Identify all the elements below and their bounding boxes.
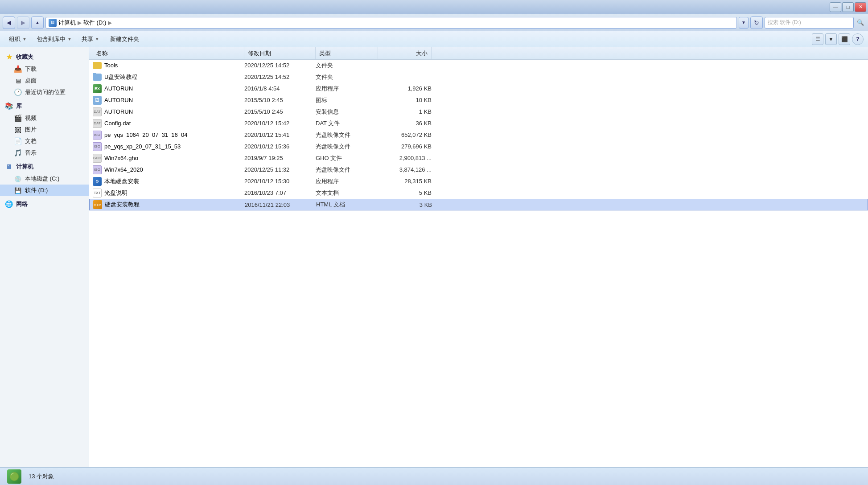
sidebar-software-d-label: 软件 (D:) — [25, 186, 48, 194]
sidebar-item-recent[interactable]: 🕐 最近访问的位置 — [0, 86, 89, 98]
file-name-cell: HTM 硬盘安装教程 — [93, 200, 245, 209]
search-box[interactable]: 搜索 软件 (D:) — [765, 17, 854, 29]
sidebar-favorites-title[interactable]: ★ 收藏夹 — [0, 51, 89, 63]
txt-icon: TXT — [93, 189, 102, 197]
path-sep-2: ▶ — [108, 20, 112, 26]
dat-icon: DAT — [93, 107, 102, 116]
file-size-cell: 10 KB — [378, 97, 432, 103]
iso-icon: ISO — [93, 142, 102, 151]
file-name-text: AUTORUN — [104, 85, 133, 92]
table-row[interactable]: HTM 硬盘安装教程 2016/11/21 22:03 HTML 文档 3 KB — [89, 199, 868, 210]
col-header-date[interactable]: 修改日期 — [244, 47, 316, 59]
file-size-cell: 1,926 KB — [378, 85, 432, 92]
html-icon: HTM — [93, 200, 102, 209]
address-path[interactable]: 🖥 计算机 ▶ 软件 (D:) ▶ — [45, 17, 737, 29]
share-button[interactable]: 共享 ▼ — [77, 33, 104, 45]
file-size-cell: 1 KB — [378, 108, 432, 115]
sidebar-item-pictures[interactable]: 🖼 图片 — [0, 124, 89, 136]
file-name-cell: ⚙ 本地硬盘安装 — [93, 177, 244, 186]
file-name-cell: ISO pe_yqs_xp_20_07_31_15_53 — [93, 142, 244, 151]
file-size-cell: 652,072 KB — [378, 132, 432, 138]
col-header-name[interactable]: 名称 — [93, 47, 244, 59]
sidebar-network-title[interactable]: 🌐 网络 — [0, 198, 89, 210]
downloads-icon: 📥 — [13, 65, 22, 74]
forward-button[interactable]: ▶ — [17, 16, 29, 29]
preview-pane-button[interactable]: ⬛ — [839, 33, 850, 45]
file-name-cell: U盘安装教程 — [93, 73, 244, 81]
file-size-cell: 5 KB — [378, 189, 432, 196]
table-row[interactable]: ISO pe_yqs_1064_20_07_31_16_04 2020/10/1… — [89, 129, 868, 141]
maximize-button[interactable]: □ — [842, 2, 854, 12]
sidebar-item-downloads[interactable]: 📥 下载 — [0, 63, 89, 75]
sidebar-item-music[interactable]: 🎵 音乐 — [0, 147, 89, 159]
file-size-cell: 28,315 KB — [378, 178, 432, 185]
col-header-type[interactable]: 类型 — [316, 47, 378, 59]
sidebar-item-documents[interactable]: 📄 文档 — [0, 136, 89, 147]
sidebar-favorites-label: 收藏夹 — [16, 53, 33, 61]
file-name-text: U盘安装教程 — [104, 73, 137, 81]
file-name-text: Win7x64_2020 — [104, 166, 143, 173]
sidebar-item-desktop[interactable]: 🖥 桌面 — [0, 75, 89, 86]
file-type-cell: 光盘映像文件 — [316, 166, 378, 174]
sidebar-item-software-d[interactable]: 💾 软件 (D:) — [0, 185, 89, 196]
file-size-cell: 279,696 KB — [378, 143, 432, 150]
sidebar-music-label: 音乐 — [25, 149, 37, 157]
sidebar-item-local-c[interactable]: 💿 本地磁盘 (C:) — [0, 173, 89, 185]
recent-icon: 🕐 — [13, 88, 22, 97]
pictures-icon: 🖼 — [13, 125, 22, 134]
table-row[interactable]: DAT Config.dat 2020/10/12 15:42 DAT 文件 3… — [89, 118, 868, 129]
file-name-cell: GHO Win7x64.gho — [93, 154, 244, 163]
back-button[interactable]: ◀ — [3, 16, 15, 29]
minimize-button[interactable]: — — [830, 2, 841, 12]
file-date-cell: 2015/5/10 2:45 — [244, 108, 316, 115]
network-icon: 🌐 — [4, 200, 13, 209]
table-row[interactable]: ⚙ 本地硬盘安装 2020/10/12 15:30 应用程序 28,315 KB — [89, 176, 868, 187]
sidebar-computer-title[interactable]: 🖥 计算机 — [0, 160, 89, 173]
music-icon: 🎵 — [13, 148, 22, 157]
new-folder-button[interactable]: 新建文件夹 — [105, 33, 144, 45]
sidebar-downloads-label: 下载 — [25, 65, 37, 73]
file-date-cell: 2020/10/12 15:36 — [244, 143, 316, 150]
file-size-cell: 36 KB — [378, 120, 432, 127]
toolbar: 组织 ▼ 包含到库中 ▼ 共享 ▼ 新建文件夹 ☰ ▼ ⬛ ? — [0, 31, 868, 47]
table-row[interactable]: ISO pe_yqs_xp_20_07_31_15_53 2020/10/12 … — [89, 141, 868, 152]
close-button[interactable]: ✕ — [855, 2, 866, 12]
table-row[interactable]: TXT 光盘说明 2016/10/23 7:07 文本文档 5 KB — [89, 187, 868, 199]
sidebar-recent-label: 最近访问的位置 — [25, 88, 66, 96]
organize-button[interactable]: 组织 ▼ — [4, 33, 31, 45]
table-row[interactable]: ISO Win7x64_2020 2020/12/25 11:32 光盘映像文件… — [89, 164, 868, 176]
table-row[interactable]: U盘安装教程 2020/12/25 14:52 文件夹 — [89, 71, 868, 83]
table-row[interactable]: Tools 2020/12/25 14:52 文件夹 — [89, 60, 868, 71]
file-name-text: pe_yqs_xp_20_07_31_15_53 — [104, 143, 181, 150]
search-icon[interactable]: 🔍 — [856, 17, 865, 29]
refresh-button[interactable]: ↻ — [750, 16, 763, 29]
content-area: 名称 修改日期 类型 大小 Tools 2020/12/25 14:52 文件夹… — [89, 47, 868, 467]
sidebar-library-title[interactable]: 📚 库 — [0, 100, 89, 112]
view-options-button[interactable]: ▼ — [825, 33, 837, 45]
sidebar-local-c-label: 本地磁盘 (C:) — [25, 175, 59, 183]
file-date-cell: 2020/12/25 14:52 — [244, 62, 316, 69]
col-header-size[interactable]: 大小 — [378, 47, 432, 59]
up-button[interactable]: ▲ — [31, 16, 44, 29]
iso-icon: ISO — [93, 165, 102, 174]
sidebar-documents-label: 文档 — [25, 137, 37, 145]
file-type-cell: 文本文档 — [316, 189, 378, 197]
table-row[interactable]: EX AUTORUN 2016/1/8 4:54 应用程序 1,926 KB — [89, 83, 868, 95]
file-name-cell: EX AUTORUN — [93, 84, 244, 93]
help-button[interactable]: ? — [852, 33, 864, 45]
sidebar-item-videos[interactable]: 🎬 视频 — [0, 112, 89, 124]
file-date-cell: 2020/12/25 11:32 — [244, 166, 316, 173]
file-type-cell: 文件夹 — [316, 62, 378, 70]
address-dropdown[interactable]: ▼ — [739, 17, 749, 29]
file-name-cell: ISO Win7x64_2020 — [93, 165, 244, 174]
view-toggle-button[interactable]: ☰ — [812, 33, 823, 45]
table-row[interactable]: GHO Win7x64.gho 2019/9/7 19:25 GHO 文件 2,… — [89, 152, 868, 164]
file-name-text: Config.dat — [104, 120, 131, 127]
sidebar-section-library: 📚 库 🎬 视频 🖼 图片 📄 文档 🎵 音乐 — [0, 100, 89, 159]
file-name-text: AUTORUN — [104, 108, 133, 115]
add-to-library-button[interactable]: 包含到库中 ▼ — [32, 33, 76, 45]
file-name-cell: Tools — [93, 62, 244, 69]
table-row[interactable]: 🖼 AUTORUN 2015/5/10 2:45 图标 10 KB — [89, 95, 868, 106]
sidebar-videos-label: 视频 — [25, 114, 37, 122]
table-row[interactable]: DAT AUTORUN 2015/5/10 2:45 安装信息 1 KB — [89, 106, 868, 118]
